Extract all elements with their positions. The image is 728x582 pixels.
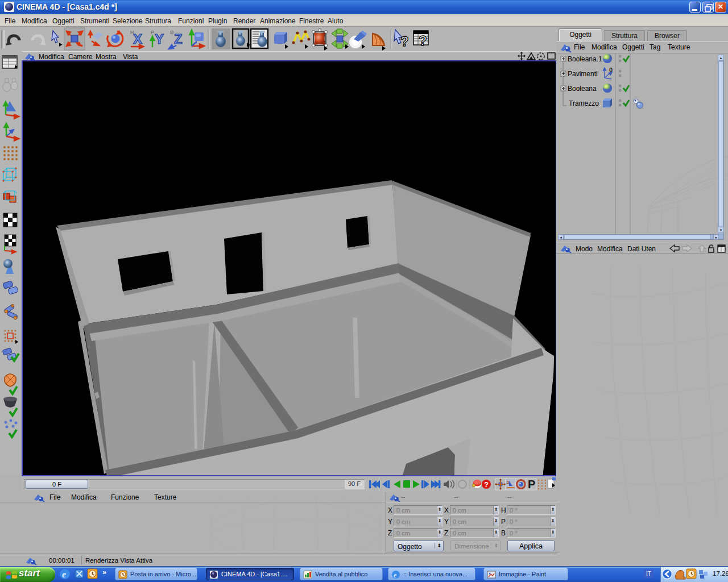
svg-text:Tramezzo: Tramezzo [569,99,599,107]
svg-text:P: P [528,478,535,490]
svg-text:P: P [151,30,154,35]
svg-text:1: 1 [507,480,510,485]
svg-text:Pavimenti: Pavimenti [568,70,598,78]
svg-text:Booleana.1: Booleana.1 [568,55,602,63]
svg-text:Y: Y [155,31,164,47]
svg-text:Z: Z [174,31,183,47]
svg-text:e: e [62,569,66,579]
svg-text:?: ? [419,33,427,48]
svg-text:»: » [102,568,106,576]
svg-text:e: e [394,571,397,579]
svg-text:X: X [133,31,142,47]
svg-text:B: B [170,30,174,35]
svg-text:Booleana: Booleana [568,85,597,93]
svg-text:?: ? [400,34,409,49]
svg-text:?: ? [484,480,489,489]
svg-text:0: 0 [609,66,613,73]
